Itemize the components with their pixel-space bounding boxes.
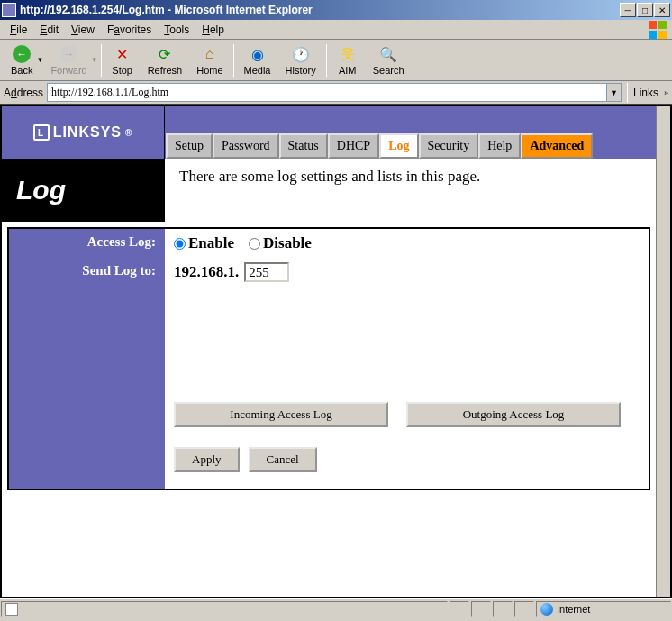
- menu-file[interactable]: File: [4, 22, 33, 38]
- page-title: Log: [2, 159, 165, 222]
- statusbar: Internet: [0, 598, 672, 618]
- tab-advanced[interactable]: Advanced: [521, 133, 593, 159]
- disable-radio[interactable]: Disable: [249, 234, 312, 252]
- page-content: L LINKSYS® Setup Password Status DHCP Lo…: [2, 106, 656, 597]
- history-button[interactable]: 🕐 History: [278, 42, 323, 78]
- home-icon: ⌂: [200, 44, 220, 64]
- back-icon: ←: [12, 44, 32, 64]
- window-titlebar: http://192.168.1.254/Log.htm - Microsoft…: [0, 0, 672, 20]
- brand-logo: L LINKSYS®: [33, 124, 133, 141]
- tab-password[interactable]: Password: [213, 133, 279, 159]
- nav-tabs: Setup Password Status DHCP Log Security …: [165, 130, 656, 159]
- search-icon: 🔍: [378, 44, 398, 64]
- status-slot: [450, 601, 469, 617]
- page-icon: [5, 603, 18, 616]
- send-log-label: Send Log to:: [9, 258, 165, 287]
- incoming-access-log-button[interactable]: Incoming Access Log: [174, 402, 388, 427]
- menu-favorites[interactable]: Favorites: [101, 22, 158, 38]
- search-button[interactable]: 🔍 Search: [366, 42, 412, 78]
- tab-log[interactable]: Log: [379, 133, 418, 159]
- separator: [233, 44, 234, 77]
- page-description: There are some log settings and lists in…: [165, 159, 656, 222]
- forward-button[interactable]: → Forward: [43, 42, 94, 78]
- stop-icon: ✕: [113, 44, 132, 64]
- status-zone: Internet: [536, 601, 671, 617]
- enable-radio[interactable]: Enable: [174, 234, 234, 252]
- status-slot: [514, 601, 534, 617]
- refresh-button[interactable]: ⟳ Refresh: [141, 42, 190, 78]
- windows-logo-icon: [647, 19, 668, 41]
- status-slot: [471, 601, 491, 617]
- menu-edit[interactable]: Edit: [33, 22, 65, 38]
- browser-viewport: L LINKSYS® Setup Password Status DHCP Lo…: [0, 105, 672, 598]
- svg-rect-2: [649, 31, 657, 39]
- separator: [627, 83, 628, 103]
- menubar: File Edit View Favorites Tools Help: [0, 20, 672, 40]
- aim-icon: 웃: [338, 44, 358, 64]
- status-slot: [493, 601, 513, 617]
- back-dropdown[interactable]: ▼: [36, 56, 43, 64]
- ip-last-octet-input[interactable]: [244, 262, 289, 282]
- media-button[interactable]: ◉ Media: [237, 42, 278, 78]
- addressbar: Address ▼ Links »: [0, 81, 672, 105]
- address-dropdown[interactable]: ▼: [607, 83, 622, 102]
- tab-security[interactable]: Security: [419, 133, 479, 159]
- svg-rect-0: [649, 21, 657, 29]
- toolbar: ← Back ▼ → Forward ▼ ✕ Stop ⟳ Refresh ⌂ …: [0, 40, 672, 81]
- svg-rect-3: [658, 31, 667, 39]
- address-input[interactable]: [47, 83, 607, 102]
- tab-status[interactable]: Status: [279, 133, 328, 159]
- menu-help[interactable]: Help: [195, 22, 231, 38]
- address-label: Address: [4, 87, 43, 99]
- separator: [101, 44, 102, 77]
- tab-help[interactable]: Help: [478, 133, 521, 159]
- separator: [326, 44, 327, 77]
- menu-tools[interactable]: Tools: [158, 22, 195, 38]
- ie-icon: [2, 3, 16, 17]
- tab-setup[interactable]: Setup: [166, 133, 213, 159]
- status-main: [1, 601, 448, 617]
- ip-prefix: 192.168.1.: [174, 263, 239, 281]
- access-log-label: Access Log:: [9, 229, 165, 258]
- maximize-button[interactable]: □: [637, 3, 653, 17]
- linksys-glyph-icon: L: [33, 124, 50, 141]
- forward-icon: →: [59, 44, 79, 64]
- forward-dropdown[interactable]: ▼: [91, 56, 98, 64]
- apply-button[interactable]: Apply: [174, 447, 240, 472]
- globe-icon: [540, 603, 553, 616]
- vertical-scrollbar[interactable]: [656, 106, 670, 597]
- media-icon: ◉: [248, 44, 268, 64]
- brand-cell: L LINKSYS®: [2, 106, 165, 159]
- svg-rect-1: [658, 21, 667, 29]
- back-button[interactable]: ← Back: [4, 42, 40, 78]
- aim-button[interactable]: 웃 AIM: [330, 42, 366, 78]
- links-button[interactable]: Links: [633, 87, 660, 99]
- history-icon: 🕐: [291, 44, 311, 64]
- minimize-button[interactable]: ─: [620, 3, 636, 17]
- form-frame: Access Log: Enable Disable Send Log to: …: [7, 227, 650, 490]
- home-button[interactable]: ⌂ Home: [189, 42, 230, 78]
- window-title: http://192.168.1.254/Log.htm - Microsoft…: [20, 4, 620, 16]
- links-chevron-icon[interactable]: »: [664, 88, 668, 97]
- disable-radio-input[interactable]: [249, 238, 260, 250]
- cancel-button[interactable]: Cancel: [249, 447, 317, 472]
- enable-radio-input[interactable]: [174, 238, 186, 250]
- tab-dhcp[interactable]: DHCP: [328, 133, 379, 159]
- outgoing-access-log-button[interactable]: Outgoing Access Log: [406, 402, 621, 427]
- close-button[interactable]: ✕: [654, 3, 670, 17]
- menu-view[interactable]: View: [65, 22, 101, 38]
- refresh-icon: ⟳: [155, 44, 175, 64]
- stop-button[interactable]: ✕ Stop: [104, 42, 141, 78]
